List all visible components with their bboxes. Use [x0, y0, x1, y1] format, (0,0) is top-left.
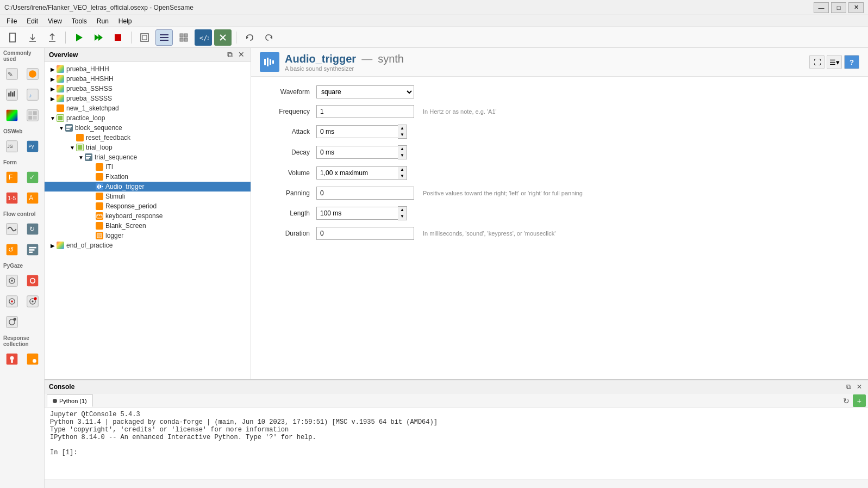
volume-spin-down[interactable]: ▼ — [398, 173, 407, 180]
close-button[interactable]: ✕ — [848, 2, 864, 13]
toolbox-form-base[interactable]: F — [2, 168, 22, 187]
toolbox-pygaze-calibrate[interactable] — [2, 271, 22, 291]
tree-toggle[interactable]: ▶ — [49, 95, 57, 102]
console-close-btn[interactable]: ✕ — [855, 383, 864, 391]
tree-label: Stimuli — [105, 193, 125, 200]
menu-view[interactable]: View — [43, 16, 66, 26]
menu-edit[interactable]: Edit — [22, 16, 42, 26]
console-refresh-btn[interactable]: ↻ — [841, 394, 852, 407]
open-button[interactable] — [24, 29, 41, 46]
tree-item-block-sequence[interactable]: ▼ block_sequence — [45, 123, 251, 133]
undo-button[interactable] — [241, 29, 258, 46]
tree-toggle[interactable]: ▼ — [49, 114, 57, 122]
tree-item-iti[interactable]: ITI — [45, 162, 251, 172]
save-button[interactable] — [43, 29, 61, 46]
overview-restore-btn[interactable]: ⧉ — [226, 50, 234, 59]
toolbox-sketchpad[interactable]: ✎ — [2, 64, 22, 84]
toolbox-inline-javascript[interactable]: JS — [2, 137, 22, 156]
menu-tools[interactable]: Tools — [67, 16, 91, 26]
attack-input[interactable] — [316, 125, 398, 138]
overview-button[interactable] — [155, 29, 173, 46]
waveform-select[interactable]: square sine saw white_noise — [316, 85, 414, 98]
toolbox-sampler[interactable] — [2, 85, 22, 104]
menu-help[interactable]: Help — [114, 16, 136, 26]
tree-item-blank-screen[interactable]: Blank_Screen — [45, 221, 251, 231]
length-spin-up[interactable]: ▲ — [398, 207, 407, 213]
tree-item-stimuli[interactable]: Stimuli — [45, 192, 251, 201]
console-add-btn[interactable]: + — [853, 394, 866, 407]
tree-item-fixation[interactable]: Fixation — [45, 172, 251, 182]
toolbox-pygaze-replay[interactable] — [2, 312, 22, 332]
duration-input[interactable] — [316, 227, 414, 240]
tree-item-audio-trigger[interactable]: Audio_trigger — [45, 182, 251, 192]
attack-spin-up[interactable]: ▲ — [398, 125, 407, 132]
tree-item-trial-loop[interactable]: ▼ trial_loop — [45, 143, 251, 152]
toolbox-sequence[interactable] — [23, 240, 42, 260]
console-tab-python[interactable]: Python (1) — [47, 394, 93, 407]
decay-spin-down[interactable]: ▼ — [398, 152, 407, 159]
toolbox-feedback[interactable] — [23, 64, 42, 84]
tree-toggle[interactable]: ▼ — [58, 124, 65, 132]
tree-item-prueba-hhhh[interactable]: ▶ prueba_HHHH — [45, 64, 251, 74]
tree-item-practice-loop[interactable]: ▼ practice_loop — [45, 113, 251, 123]
length-spin-down[interactable]: ▼ — [398, 213, 407, 220]
pool-button[interactable] — [175, 29, 192, 46]
tree-item-logger[interactable]: logger — [45, 231, 251, 240]
toolbox-form-checkbox[interactable]: ✓ — [23, 168, 42, 187]
length-input[interactable] — [316, 207, 398, 220]
attack-spin-down[interactable]: ▼ — [398, 132, 407, 138]
toolbox-coroutines[interactable] — [2, 219, 22, 239]
volume-input[interactable] — [316, 166, 398, 180]
close-item-button[interactable] — [214, 29, 232, 46]
toolbox-mouse-response[interactable] — [23, 349, 42, 369]
run-quick-button[interactable] — [90, 29, 107, 46]
fullscreen-button[interactable] — [136, 29, 153, 46]
toolbox-form-rating[interactable]: 1-5 — [2, 188, 22, 208]
toolbox-pygaze-log[interactable] — [2, 292, 22, 311]
toolbox-form-text[interactable]: A — [23, 188, 42, 208]
decay-spin-up[interactable]: ▲ — [398, 146, 407, 152]
tree-toggle[interactable]: ▶ — [49, 242, 57, 249]
tree-item-response-period[interactable]: Response_period — [45, 201, 251, 211]
tree-item-new-sketchpad[interactable]: new_1_sketchpad — [45, 103, 251, 113]
overview-close-btn[interactable]: ✕ — [236, 50, 246, 59]
toolbox-reset-feedback[interactable]: ↺ — [2, 240, 22, 260]
tree-item-trial-sequence[interactable]: ▼ trial_sequence — [45, 152, 251, 162]
editor-help-btn[interactable]: ? — [844, 55, 859, 69]
panning-input[interactable] — [316, 187, 414, 200]
tree-item-reset-feedback[interactable]: reset_feedback — [45, 133, 251, 143]
toolbox-image[interactable] — [23, 106, 42, 125]
tree-toggle[interactable]: ▶ — [49, 85, 57, 92]
toolbox-joystick[interactable] — [2, 349, 22, 369]
tree-item-prueba-hhshh[interactable]: ▶ prueba_HHSHH — [45, 74, 251, 84]
tree-toggle[interactable]: ▼ — [77, 153, 85, 161]
tree-item-prueba-sssss[interactable]: ▶ prueba_SSSSS — [45, 94, 251, 103]
frequency-input[interactable] — [316, 105, 414, 118]
tree-item-keyboard-response[interactable]: keyboard_response — [45, 211, 251, 221]
volume-spin-up[interactable]: ▲ — [398, 166, 407, 173]
toolbox-pygaze-drift[interactable] — [23, 271, 42, 291]
toolbox-color-gradient[interactable] — [2, 106, 22, 125]
tree-item-prueba-sshss[interactable]: ▶ prueba_SSHSS — [45, 84, 251, 94]
menu-run[interactable]: Run — [92, 16, 113, 26]
toolbox-loop[interactable]: ↻ — [23, 219, 42, 239]
new-button[interactable] — [4, 29, 22, 46]
console-expand-btn[interactable]: ⧉ — [845, 383, 853, 391]
toolbox-synth[interactable]: ♪ — [23, 85, 42, 104]
stop-button[interactable] — [109, 29, 127, 46]
tree-toggle[interactable]: ▶ — [49, 65, 57, 73]
toolbox-inline-python[interactable]: Py — [23, 137, 42, 156]
redo-button[interactable] — [260, 29, 278, 46]
tree-toggle[interactable]: ▶ — [49, 75, 57, 83]
toolbox-pygaze-record[interactable] — [23, 292, 42, 311]
editor-view-btn[interactable]: ☰▾ — [827, 55, 842, 69]
maximize-button[interactable]: □ — [831, 2, 846, 13]
decay-input[interactable] — [316, 146, 398, 159]
minimize-button[interactable]: — — [814, 2, 829, 13]
menu-file[interactable]: File — [2, 16, 21, 26]
script-button[interactable]: </> — [195, 29, 212, 46]
run-button[interactable] — [70, 29, 88, 46]
editor-fullscreen-btn[interactable]: ⛶ — [809, 55, 825, 69]
tree-toggle[interactable]: ▼ — [68, 144, 76, 151]
tree-item-end-of-practice[interactable]: ▶ end_of_practice — [45, 240, 251, 250]
